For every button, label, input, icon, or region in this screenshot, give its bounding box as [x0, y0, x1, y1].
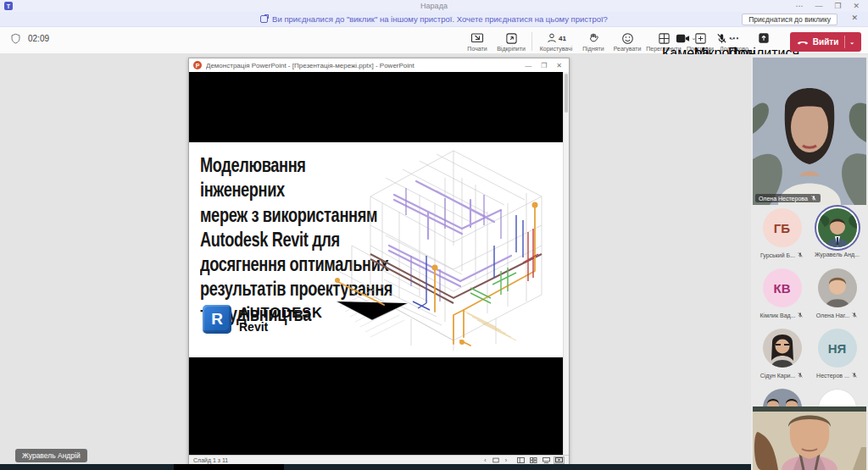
meeting-toolbar: 02:09 Почати Відкріпити 41 Користувачі [0, 27, 868, 54]
speaker-name: Олена Нестерова [759, 196, 808, 202]
join-notification-banner: Ви приєдналися до "виклик" на іншому при… [0, 12, 868, 27]
mic-muted-icon [797, 252, 804, 258]
window-maximize-icon[interactable]: ❐ [834, 2, 841, 10]
revit-logo-icon: R [203, 305, 231, 334]
ppt-minimize-icon[interactable]: — [525, 62, 531, 69]
powerpoint-window: P Демонстрація PowerPoint - [Презентація… [188, 58, 570, 465]
popout-button[interactable]: Відкріпити [494, 29, 528, 52]
self-portrait [753, 406, 866, 470]
people-icon: 41 [546, 31, 566, 45]
mic-muted-icon [797, 312, 804, 318]
participant-name: Журавель Анд... [815, 252, 860, 257]
hangup-icon [797, 39, 809, 45]
window-title: Нарада [0, 2, 868, 10]
timer-value: 02:09 [28, 34, 49, 43]
leave-chevron-icon[interactable]: ⌄ [849, 39, 854, 46]
mic-chevron-icon[interactable]: ⌄ [730, 35, 735, 41]
banner-message: Ви приєдналися до "виклик" на іншому при… [272, 14, 608, 24]
camera-icon [676, 33, 690, 44]
main-speaker-video[interactable]: Олена Нестерова [753, 58, 866, 205]
app-titlebar: T Нарада ⋯ — ❐ ✕ [0, 0, 868, 12]
autodesk-wordmark: AUTODESK [239, 306, 323, 320]
slide-counter: Слайд 1 з 11 [193, 457, 484, 463]
smiley-icon [621, 31, 634, 45]
react-button[interactable]: Реагувати [610, 29, 644, 52]
mic-muted-icon [810, 195, 817, 202]
avatar [818, 268, 857, 307]
window-more-icon[interactable]: ⋯ [795, 2, 803, 10]
start-label: Почати [467, 46, 487, 52]
camera-chevron-icon[interactable]: ⌄ [692, 35, 697, 41]
mic-muted-icon [797, 372, 804, 379]
ppt-statusbar: Слайд 1 з 11 ‹ › [189, 455, 569, 464]
slide-sorter-view-icon[interactable] [528, 456, 539, 464]
participant-name: Кімлик Вад... [760, 312, 796, 318]
mic-muted-icon [851, 372, 858, 379]
join-call-button[interactable]: Приєднатися до виклику [742, 14, 837, 25]
avatar: ГБ [763, 208, 802, 247]
self-video[interactable] [753, 406, 866, 470]
next-slide-icon[interactable]: › [505, 457, 507, 463]
powerpoint-window-title: Демонстрація PowerPoint - [Презентація-м… [206, 62, 520, 69]
ppt-scrollbar-thumb[interactable] [565, 74, 568, 113]
participant-tile[interactable]: ГБ Гурський Б... [754, 208, 810, 258]
avatar [818, 208, 857, 247]
raise-hand-button[interactable]: Підняти [576, 29, 610, 52]
avatar [763, 329, 802, 368]
avatar: НЯ [818, 329, 857, 368]
autodesk-revit-logo: R AUTODESK Revit [203, 305, 323, 334]
participant-tile[interactable]: КВ Кімлик Вад... [754, 268, 810, 318]
screen-share-stage: P Демонстрація PowerPoint - [Презентація… [0, 54, 751, 470]
popout-icon [505, 31, 518, 45]
participant-tile[interactable]: Журавель Анд... [810, 208, 865, 258]
participant-tile[interactable]: Олена Наг... [810, 268, 865, 318]
ppt-close-icon[interactable]: ✕ [556, 62, 562, 69]
participants-grid: ГБ Гурський Б... Журавель Анд... КВ Кімл… [754, 208, 865, 439]
revit-wordmark: Revit [239, 321, 323, 333]
powerpoint-titlebar: P Демонстрація PowerPoint - [Презентація… [189, 58, 569, 72]
raised-hand-icon [587, 31, 599, 45]
participant-name: Гурський Б... [760, 252, 795, 258]
speaker-name-label: Олена Нестерова [755, 194, 821, 202]
start-presenting-button[interactable]: Почати [460, 29, 494, 52]
revit-3d-model-image [335, 144, 562, 354]
shield-icon [10, 33, 21, 44]
raise-hand-label: Підняти [582, 46, 604, 52]
window-close-icon[interactable]: ✕ [853, 2, 860, 10]
popout-label: Відкріпити [497, 46, 526, 52]
participants-count-badge: 41 [559, 35, 566, 42]
current-slide-icon[interactable] [492, 457, 499, 463]
share-content-icon [758, 32, 770, 44]
ppt-maximize-icon[interactable]: ❐ [541, 62, 547, 69]
leave-label: Вийти [813, 37, 839, 47]
window-minimize-icon[interactable]: — [815, 2, 822, 10]
leave-button[interactable]: Вийти ⌄ [790, 32, 861, 52]
react-label: Реагувати [614, 46, 642, 52]
speaker-portrait [753, 58, 866, 205]
avatar: КВ [763, 268, 802, 307]
powerpoint-app-icon: P [193, 61, 202, 69]
share-screen-icon [470, 31, 484, 45]
slide-canvas: Моделювання інженерних мереж з використа… [189, 142, 565, 357]
normal-view-icon[interactable] [515, 456, 526, 464]
device-popout-icon [260, 15, 268, 23]
banner-close-icon[interactable]: ✕ [851, 14, 858, 22]
mic-muted-icon [851, 312, 858, 318]
banner-text: Ви приєдналися до "виклик" на іншому при… [260, 14, 608, 24]
participant-name: Сідун Кари... [760, 373, 796, 379]
participants-label: Користувачі [540, 46, 573, 52]
participant-name: Нестеров ... [816, 373, 849, 379]
leave-divider [844, 36, 845, 48]
slideshow-view-icon[interactable] [554, 456, 565, 464]
presenter-name-pill: Журавель Андрій [15, 449, 87, 462]
participant-tile[interactable]: НЯ Нестеров ... [810, 329, 865, 379]
participants-button[interactable]: 41 Користувачі [536, 29, 576, 52]
shared-screen-taskbar [0, 464, 751, 470]
reading-view-icon[interactable] [541, 456, 552, 464]
ppt-scrollbar[interactable] [563, 72, 569, 455]
prev-slide-icon[interactable]: ‹ [484, 457, 486, 463]
mic-muted-icon [715, 32, 728, 45]
toolbar-divider [531, 32, 532, 51]
participant-tile[interactable]: Сідун Кари... [754, 329, 810, 379]
teams-logo-icon: T [4, 2, 13, 10]
